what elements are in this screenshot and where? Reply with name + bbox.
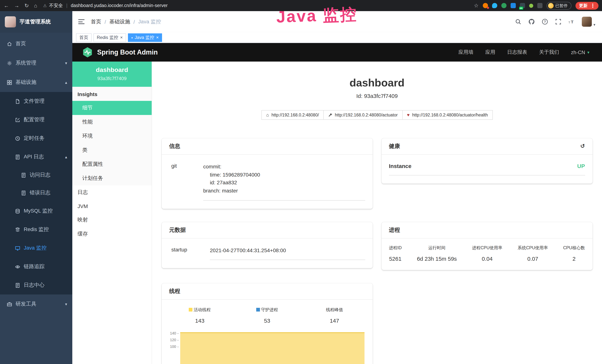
detail-cards: 信息 git commit: time: 1596289704000 id: 2…	[152, 138, 602, 364]
insights-group: Insights 细节 性能 环境 类 配置属性 计划任务	[72, 87, 152, 185]
legend-daemon-threads: 守护进程 53	[233, 307, 301, 324]
sidebar-item-file-management[interactable]: 文件管理	[0, 92, 72, 110]
sidebar-item-mysql-monitor[interactable]: MySQL 监控	[0, 202, 72, 220]
breadcrumb-infrastructure[interactable]: 基础设施	[109, 18, 130, 25]
extension-icon-green[interactable]	[501, 3, 506, 8]
sba-nav-applications[interactable]: 应用	[485, 49, 495, 56]
extension-icon-leaf[interactable]	[529, 3, 533, 8]
breadcrumb-home[interactable]: 首页	[91, 18, 101, 25]
sidebar-item-system-management[interactable]: 系统管理 ▾	[0, 54, 72, 73]
browser-refresh-button[interactable]: ↻	[24, 3, 29, 8]
user-avatar-dropdown[interactable]: ▾	[582, 17, 595, 27]
stat-pid: 进程ID 5261	[389, 245, 402, 262]
info-row-git: git commit: time: 1596289704000 id: 27aa…	[169, 163, 365, 201]
extension-icon-switch[interactable]: on	[520, 3, 525, 8]
sidebar-item-config-management[interactable]: 配置管理	[0, 110, 72, 129]
annotation-java-monitor: Java 监控	[276, 3, 358, 28]
sidebar-item-error-logs[interactable]: 错误日志	[0, 184, 72, 202]
sidebar-item-redis-monitor[interactable]: Redis 监控	[0, 220, 72, 239]
edit-icon	[15, 117, 20, 123]
help-icon[interactable]: ?	[542, 19, 548, 25]
github-icon[interactable]	[528, 19, 535, 25]
sba-menu-config-props[interactable]: 配置属性	[72, 157, 152, 171]
chevron-down-icon: ▾	[65, 302, 67, 307]
extension-on-badge: on	[519, 7, 523, 10]
heart-icon: ♥	[407, 113, 409, 117]
extensions-puzzle-icon[interactable]	[537, 3, 542, 8]
sba-menu-details[interactable]: 细节	[72, 101, 152, 115]
info-card-title: 信息	[162, 138, 373, 155]
instance-link-health[interactable]: ♥ http://192.168.0.2:48080/actuator/heal…	[402, 110, 493, 120]
url-text[interactable]: dashboard.yudao.iocoder.cn/infra/admin-s…	[71, 3, 168, 8]
sba-brand[interactable]: Spring Boot Admin	[82, 47, 158, 58]
sidebar-item-scheduled-jobs[interactable]: 定时任务	[0, 129, 72, 148]
close-icon[interactable]: ×	[156, 35, 159, 40]
navbar-actions: ? TT ▾	[515, 17, 595, 27]
instance-link-actuator[interactable]: http://192.168.0.2:48080/actuator	[323, 110, 402, 120]
sidebar-item-access-logs[interactable]: 访问日志	[0, 166, 72, 184]
close-icon[interactable]: ×	[120, 35, 123, 40]
instance-sidebar: dashboard 93a3fc7f7409 Insights 细节 性能 环境…	[72, 62, 152, 364]
legend-live-threads: 活动线程 143	[166, 307, 233, 324]
doc-icon	[21, 190, 26, 196]
sba-menu-classes[interactable]: 类	[72, 143, 152, 157]
instance-link-root[interactable]: ⌂ http://192.168.0.2:48080/	[261, 110, 324, 120]
tab-redis-monitor[interactable]: Redis 监控 ×	[93, 33, 126, 42]
history-icon[interactable]: ↺	[580, 143, 585, 150]
sidebar-item-log-center[interactable]: 日志中心	[0, 276, 72, 294]
search-icon[interactable]	[515, 19, 522, 25]
chevron-down-icon: ▾	[65, 61, 67, 65]
browser-right-controls: ☆ on 已暂停 更新 ⋮	[474, 2, 598, 10]
health-instance-row[interactable]: Instance UP	[389, 163, 585, 175]
profile-avatar	[548, 3, 553, 8]
hamburger-menu-icon[interactable]	[78, 19, 85, 24]
sidebar-item-dev-tools[interactable]: 研发工具 ▾	[0, 294, 72, 314]
page-title: dashboard	[152, 77, 602, 89]
browser-forward-button[interactable]: →	[14, 3, 19, 8]
browser-back-button[interactable]: ←	[4, 3, 9, 8]
extension-badge	[487, 7, 489, 9]
extension-icon-orange[interactable]	[483, 3, 488, 8]
tab-java-monitor[interactable]: ● Java 监控 ×	[128, 33, 162, 42]
user-avatar	[582, 17, 592, 27]
wrench-icon	[328, 113, 332, 117]
sba-menu-jvm[interactable]: JVM	[72, 200, 152, 213]
sba-menu-logs[interactable]: 日志	[72, 185, 152, 200]
sidebar-item-trace[interactable]: 链路追踪	[0, 257, 72, 276]
health-card: 健康 ↺ Instance UP	[382, 138, 592, 183]
sba-menu-performance[interactable]: 性能	[72, 115, 152, 129]
sba-menu-caches[interactable]: 缓存	[72, 227, 152, 241]
instance-header[interactable]: dashboard 93a3fc7f7409	[72, 62, 152, 87]
doc-icon	[15, 282, 20, 288]
stat-system-cpu: 系统CPU使用率 0.07	[518, 245, 548, 262]
extension-icon-grid[interactable]	[510, 3, 516, 8]
sidebar-item-home[interactable]: 首页	[0, 34, 72, 54]
browser-nav-buttons: ← → ↻ ⌂	[4, 3, 37, 8]
bookmark-star-icon[interactable]: ☆	[474, 3, 479, 8]
sba-nav-about[interactable]: 关于我们	[539, 49, 559, 56]
sidebar-item-infrastructure[interactable]: 基础设施 ▴	[0, 73, 72, 92]
chrome-update-button[interactable]: 更新 ⋮	[575, 2, 598, 10]
tab-home[interactable]: 首页	[76, 33, 92, 42]
address-bar[interactable]: ⚠ 不安全 | dashboard.yudao.iocoder.cn/infra…	[43, 2, 168, 9]
insights-group-label: Insights	[72, 87, 152, 101]
components-icon	[7, 80, 12, 85]
browser-home-button[interactable]: ⌂	[34, 3, 37, 8]
svg-text:?: ?	[544, 20, 546, 23]
sidebar-logo[interactable]: 芋道管理系统	[0, 11, 72, 33]
font-size-icon[interactable]: TT	[569, 19, 575, 25]
sba-menu-mappings[interactable]: 映射	[72, 213, 152, 227]
sba-menu-scheduled-tasks[interactable]: 计划任务	[72, 171, 152, 185]
extension-icon-drop[interactable]	[492, 3, 497, 8]
info-value: commit: time: 1596289704000 id: 27aa832 …	[203, 163, 365, 201]
locale-select[interactable]: zh-CN ▾	[571, 50, 589, 55]
sba-nav-journal[interactable]: 日志报表	[507, 49, 527, 56]
sidebar-item-java-monitor[interactable]: Java 监控	[0, 239, 72, 257]
sidebar-item-api-logs[interactable]: API 日志 ▴	[0, 148, 72, 166]
sba-nav-wall[interactable]: 应用墙	[458, 49, 473, 56]
sba-menu-environment[interactable]: 环境	[72, 129, 152, 143]
profile-chip[interactable]: 已暂停	[546, 2, 571, 10]
chrome-menu-button[interactable]: ⋮	[590, 3, 595, 8]
fullscreen-icon[interactable]	[555, 19, 562, 25]
chart-y-axis: 140 120 100	[166, 331, 180, 364]
